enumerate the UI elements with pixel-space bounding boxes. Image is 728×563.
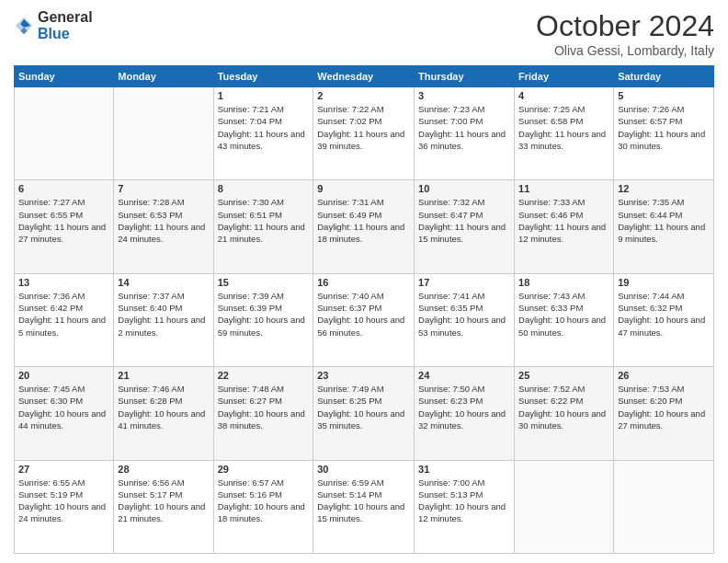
daylight-text: Daylight: 10 hours and 12 minutes. <box>418 501 506 523</box>
daylight-text: Daylight: 10 hours and 21 minutes. <box>118 501 205 523</box>
calendar-cell: 12Sunrise: 7:35 AMSunset: 6:44 PMDayligh… <box>614 180 714 273</box>
cell-content: Sunrise: 6:57 AMSunset: 5:16 PMDaylight:… <box>218 477 310 525</box>
sunset-text: Sunset: 6:55 PM <box>18 210 83 220</box>
cell-content: Sunrise: 7:32 AMSunset: 6:47 PMDaylight:… <box>418 196 510 245</box>
sunrise-text: Sunrise: 7:31 AM <box>317 197 383 207</box>
daylight-text: Daylight: 10 hours and 18 minutes. <box>218 501 305 523</box>
sunset-text: Sunset: 6:20 PM <box>618 396 682 406</box>
cell-content: Sunrise: 7:45 AMSunset: 6:30 PMDaylight:… <box>18 383 109 431</box>
day-number: 9 <box>317 183 410 194</box>
header-day: Wednesday <box>313 66 415 87</box>
calendar-cell: 18Sunrise: 7:43 AMSunset: 6:33 PMDayligh… <box>515 273 614 366</box>
calendar-cell: 31Sunrise: 7:00 AMSunset: 5:13 PMDayligh… <box>415 460 515 553</box>
sunset-text: Sunset: 7:02 PM <box>317 116 381 126</box>
calendar-cell: 7Sunrise: 7:28 AMSunset: 6:53 PMDaylight… <box>114 180 213 273</box>
sunrise-text: Sunrise: 7:40 AM <box>317 291 383 301</box>
day-number: 13 <box>18 277 109 288</box>
sunrise-text: Sunrise: 7:41 AM <box>418 291 484 301</box>
day-number: 18 <box>518 277 609 288</box>
sunrise-text: Sunrise: 7:22 AM <box>317 104 383 114</box>
sunset-text: Sunset: 5:16 PM <box>218 489 282 500</box>
header-day: Thursday <box>415 66 515 87</box>
daylight-text: Daylight: 11 hours and 12 minutes. <box>518 222 606 244</box>
sunset-text: Sunset: 6:58 PM <box>518 116 583 126</box>
cell-content: Sunrise: 7:26 AMSunset: 6:57 PMDaylight:… <box>618 103 710 152</box>
day-number: 22 <box>218 370 310 381</box>
day-number: 1 <box>218 90 310 101</box>
day-number: 27 <box>18 464 109 475</box>
calendar-cell: 27Sunrise: 6:55 AMSunset: 5:19 PMDayligh… <box>15 460 114 553</box>
daylight-text: Daylight: 11 hours and 30 minutes. <box>618 129 705 151</box>
calendar-page: General Blue October 2024 Oliva Gessi, L… <box>0 0 728 563</box>
cell-content: Sunrise: 7:37 AMSunset: 6:40 PMDaylight:… <box>118 290 209 339</box>
cell-content: Sunrise: 7:30 AMSunset: 6:51 PMDaylight:… <box>218 196 310 245</box>
sunset-text: Sunset: 6:35 PM <box>418 303 483 313</box>
cell-content: Sunrise: 7:22 AMSunset: 7:02 PMDaylight:… <box>317 103 410 152</box>
day-number: 19 <box>618 277 710 288</box>
calendar-cell <box>15 87 114 180</box>
sunset-text: Sunset: 6:44 PM <box>618 210 682 220</box>
cell-content: Sunrise: 7:50 AMSunset: 6:23 PMDaylight:… <box>418 383 510 431</box>
cell-content: Sunrise: 7:52 AMSunset: 6:22 PMDaylight:… <box>518 383 609 431</box>
logo-blue: Blue <box>38 26 70 41</box>
sunrise-text: Sunrise: 7:39 AM <box>218 291 284 301</box>
daylight-text: Daylight: 11 hours and 9 minutes. <box>618 222 705 244</box>
cell-content: Sunrise: 7:27 AMSunset: 6:55 PMDaylight:… <box>18 196 109 245</box>
sunset-text: Sunset: 6:46 PM <box>518 210 583 220</box>
daylight-text: Daylight: 11 hours and 18 minutes. <box>317 222 404 244</box>
calendar-cell <box>114 87 213 180</box>
logo-icon <box>14 16 34 36</box>
sunrise-text: Sunrise: 7:26 AM <box>618 104 684 114</box>
sunset-text: Sunset: 6:51 PM <box>218 210 282 220</box>
cell-content: Sunrise: 6:59 AMSunset: 5:14 PMDaylight:… <box>317 477 410 525</box>
day-number: 3 <box>418 90 510 101</box>
sunset-text: Sunset: 5:19 PM <box>18 489 83 500</box>
calendar-cell: 23Sunrise: 7:49 AMSunset: 6:25 PMDayligh… <box>313 367 415 460</box>
daylight-text: Daylight: 10 hours and 47 minutes. <box>618 315 705 337</box>
sunset-text: Sunset: 6:33 PM <box>518 303 583 313</box>
calendar-cell: 20Sunrise: 7:45 AMSunset: 6:30 PMDayligh… <box>15 367 114 460</box>
sunset-text: Sunset: 6:25 PM <box>317 396 381 406</box>
daylight-text: Daylight: 10 hours and 15 minutes. <box>317 501 404 523</box>
sunrise-text: Sunrise: 7:35 AM <box>618 197 684 207</box>
logo-general: General <box>38 9 93 25</box>
header-day: Saturday <box>614 66 714 87</box>
sunrise-text: Sunrise: 6:56 AM <box>118 477 184 488</box>
calendar-cell: 4Sunrise: 7:25 AMSunset: 6:58 PMDaylight… <box>515 87 614 180</box>
cell-content: Sunrise: 7:43 AMSunset: 6:33 PMDaylight:… <box>518 290 609 339</box>
week-row: 20Sunrise: 7:45 AMSunset: 6:30 PMDayligh… <box>15 367 714 460</box>
calendar-cell <box>515 460 614 553</box>
calendar-cell: 16Sunrise: 7:40 AMSunset: 6:37 PMDayligh… <box>313 273 415 366</box>
daylight-text: Daylight: 11 hours and 2 minutes. <box>118 315 205 337</box>
calendar-cell: 29Sunrise: 6:57 AMSunset: 5:16 PMDayligh… <box>213 460 313 553</box>
calendar-cell: 3Sunrise: 7:23 AMSunset: 7:00 PMDaylight… <box>415 87 515 180</box>
daylight-text: Daylight: 10 hours and 32 minutes. <box>418 408 506 431</box>
calendar-cell <box>614 460 714 553</box>
month-title: October 2024 <box>536 9 714 43</box>
daylight-text: Daylight: 10 hours and 27 minutes. <box>618 408 705 431</box>
sunrise-text: Sunrise: 7:43 AM <box>518 291 585 301</box>
week-row: 1Sunrise: 7:21 AMSunset: 7:04 PMDaylight… <box>15 87 714 180</box>
day-number: 26 <box>618 370 710 381</box>
sunrise-text: Sunrise: 7:00 AM <box>418 477 484 488</box>
sunrise-text: Sunrise: 7:53 AM <box>618 384 684 394</box>
cell-content: Sunrise: 6:55 AMSunset: 5:19 PMDaylight:… <box>18 477 109 525</box>
cell-content: Sunrise: 7:25 AMSunset: 6:58 PMDaylight:… <box>518 103 609 152</box>
sunset-text: Sunset: 5:17 PM <box>118 489 182 500</box>
sunset-text: Sunset: 7:00 PM <box>418 116 483 126</box>
day-number: 4 <box>518 90 609 101</box>
day-number: 31 <box>418 464 510 475</box>
calendar-cell: 28Sunrise: 6:56 AMSunset: 5:17 PMDayligh… <box>114 460 213 553</box>
calendar-cell: 15Sunrise: 7:39 AMSunset: 6:39 PMDayligh… <box>213 273 313 366</box>
calendar-cell: 13Sunrise: 7:36 AMSunset: 6:42 PMDayligh… <box>15 273 114 366</box>
cell-content: Sunrise: 7:53 AMSunset: 6:20 PMDaylight:… <box>618 383 710 431</box>
sunrise-text: Sunrise: 7:45 AM <box>18 384 85 394</box>
header-day: Tuesday <box>213 66 313 87</box>
day-number: 2 <box>317 90 410 101</box>
daylight-text: Daylight: 11 hours and 24 minutes. <box>118 222 205 244</box>
daylight-text: Daylight: 11 hours and 33 minutes. <box>518 129 606 151</box>
day-number: 30 <box>317 464 410 475</box>
calendar-cell: 30Sunrise: 6:59 AMSunset: 5:14 PMDayligh… <box>313 460 415 553</box>
day-number: 20 <box>18 370 109 381</box>
cell-content: Sunrise: 7:40 AMSunset: 6:37 PMDaylight:… <box>317 290 410 339</box>
